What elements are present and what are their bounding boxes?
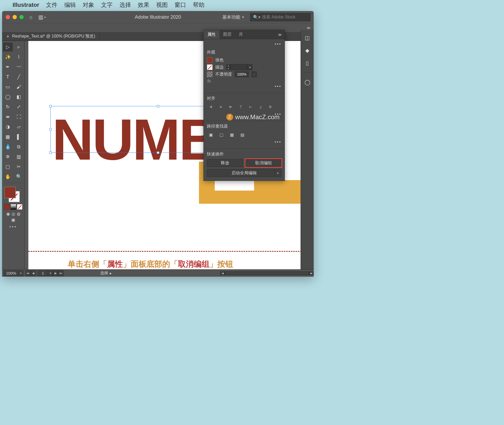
width-tool-icon[interactable]: ⇼: [3, 112, 13, 121]
perspective-tool-icon[interactable]: ▱: [14, 122, 24, 131]
selection-tool-icon[interactable]: ▷: [3, 43, 13, 51]
opacity-dropdown-icon[interactable]: ›: [251, 71, 257, 77]
menu-help[interactable]: 帮助: [193, 1, 204, 9]
document-tab[interactable]: ✕ Reshape_Text.ai* @ 100% (RGB/GPU 预览): [2, 32, 100, 41]
menu-type[interactable]: 文字: [101, 1, 113, 9]
scroll-right-icon[interactable]: ▶: [309, 271, 314, 275]
pathfinder-unite-icon[interactable]: ▣: [207, 131, 215, 138]
dock-libraries-icon[interactable]: ▯: [303, 59, 312, 67]
slice-tool-icon[interactable]: ✂: [14, 162, 24, 171]
app-menu[interactable]: Illustrator: [13, 2, 39, 8]
align-hcenter-icon[interactable]: ≡: [217, 103, 225, 110]
dock-properties-icon[interactable]: ◫: [303, 34, 312, 42]
pathfinder-intersect-icon[interactable]: ▦: [228, 131, 236, 138]
arrange-documents-icon[interactable]: ▥ ▾: [38, 14, 46, 20]
pathfinder-more-icon[interactable]: •••: [207, 139, 281, 146]
horizontal-scrollbar[interactable]: ◀ ▶: [220, 271, 314, 275]
prev-artboard-icon[interactable]: ◀: [31, 270, 36, 276]
screen-mode-icon[interactable]: ▣: [11, 217, 15, 222]
workspace-switcher[interactable]: 基本功能 ▾: [220, 13, 246, 21]
ungroup-button[interactable]: 取消编组: [245, 159, 281, 167]
status-dropdown-icon[interactable]: ▸: [110, 271, 112, 276]
menu-window[interactable]: 窗口: [175, 1, 186, 9]
draw-inside-icon[interactable]: ◍: [17, 211, 20, 216]
first-artboard-icon[interactable]: ⏮: [25, 270, 31, 276]
stepper-down-icon[interactable]: ▾: [226, 67, 230, 70]
artboard-tool-icon[interactable]: ▢: [3, 162, 13, 171]
selection-handle[interactable]: [157, 105, 159, 107]
pathfinder-minus-front-icon[interactable]: ▢: [217, 131, 225, 138]
opacity-swatch-icon[interactable]: [207, 71, 213, 77]
start-global-edit-button[interactable]: 启动全局编辑 ▾: [207, 169, 281, 177]
dock-layers-icon[interactable]: ◆: [303, 46, 312, 55]
paintbrush-tool-icon[interactable]: 🖌: [14, 82, 24, 91]
scale-tool-icon[interactable]: ⤢: [14, 102, 24, 111]
direct-selection-tool-icon[interactable]: ▹: [14, 43, 24, 51]
close-tab-icon[interactable]: ✕: [6, 34, 9, 39]
none-mode-icon[interactable]: [17, 204, 23, 210]
fill-swatch-icon[interactable]: [4, 187, 16, 198]
blend-tool-icon[interactable]: ⧉: [14, 142, 24, 151]
last-artboard-icon[interactable]: ⏭: [58, 270, 64, 276]
stroke-weight-stepper[interactable]: ▴▾ ▾: [226, 64, 253, 70]
eyedropper-tool-icon[interactable]: 💧: [3, 142, 13, 151]
free-transform-tool-icon[interactable]: ⛶: [14, 112, 24, 121]
align-bottom-icon[interactable]: ⊥: [257, 103, 265, 110]
window-zoom-button[interactable]: [19, 15, 24, 19]
home-icon[interactable]: ⌂: [29, 14, 33, 20]
lasso-tool-icon[interactable]: ⌇: [14, 53, 24, 61]
fill-color-swatch[interactable]: [207, 57, 213, 63]
fx-button[interactable]: fx.: [207, 79, 281, 83]
type-tool-icon[interactable]: T: [3, 72, 13, 81]
draw-behind-icon[interactable]: ◎: [12, 211, 15, 216]
zoom-tool-icon[interactable]: 🔍: [14, 172, 24, 181]
hand-tool-icon[interactable]: ✋: [3, 172, 13, 181]
chevron-down-icon[interactable]: ▾: [274, 169, 281, 177]
align-right-icon[interactable]: ⫸: [227, 103, 235, 110]
shape-builder-tool-icon[interactable]: ◑: [3, 122, 13, 131]
selection-handle[interactable]: [157, 151, 159, 154]
menu-effect[interactable]: 效果: [138, 1, 149, 9]
line-tool-icon[interactable]: ╱: [14, 72, 24, 81]
stroke-weight-value[interactable]: [230, 64, 247, 70]
curvature-tool-icon[interactable]: 〰: [14, 62, 24, 71]
symbol-sprayer-tool-icon[interactable]: ✲: [3, 152, 13, 161]
graph-tool-icon[interactable]: ▥: [14, 152, 24, 161]
tab-properties[interactable]: 属性: [204, 30, 219, 39]
eraser-tool-icon[interactable]: ◧: [14, 92, 24, 101]
rotate-tool-icon[interactable]: ↻: [3, 102, 13, 111]
window-close-button[interactable]: [6, 15, 10, 19]
window-minimize-button[interactable]: [13, 15, 17, 19]
selection-handle[interactable]: [49, 151, 52, 154]
opacity-value[interactable]: 100%: [235, 71, 249, 77]
collapse-control-icon[interactable]: ≫: [307, 26, 311, 30]
gradient-mode-icon[interactable]: [10, 204, 16, 210]
panel-collapse-icon[interactable]: ≫: [275, 33, 285, 37]
gradient-tool-icon[interactable]: ▌: [14, 132, 24, 141]
stepper-up-icon[interactable]: ▴: [226, 64, 230, 67]
rectangle-tool-icon[interactable]: ▭: [3, 82, 13, 91]
align-left-icon[interactable]: ⫷: [207, 103, 215, 110]
menu-select[interactable]: 选择: [119, 1, 131, 9]
search-adobe-stock-input[interactable]: 🔍▾ 搜索 Adobe Stock: [250, 13, 311, 21]
pen-tool-icon[interactable]: ✒: [3, 62, 13, 71]
panel-menu-icon[interactable]: •••: [207, 41, 281, 48]
mesh-tool-icon[interactable]: ▦: [3, 132, 13, 141]
next-artboard-icon[interactable]: ▶: [53, 270, 58, 276]
artboard-dropdown-icon[interactable]: ▾: [48, 270, 53, 276]
pathfinder-exclude-icon[interactable]: ▤: [238, 131, 246, 138]
selection-handle[interactable]: [49, 105, 52, 107]
selection-handle[interactable]: [49, 128, 52, 131]
color-mode-icon[interactable]: [4, 204, 10, 210]
scroll-left-icon[interactable]: ◀: [220, 271, 225, 275]
tab-libraries[interactable]: 库: [235, 30, 247, 39]
distribute-icon[interactable]: ⊪: [267, 103, 275, 110]
appearance-more-icon[interactable]: •••: [207, 83, 281, 90]
menu-view[interactable]: 视图: [156, 1, 168, 9]
menu-file[interactable]: 文件: [46, 1, 57, 9]
edit-toolbar-icon[interactable]: •••: [9, 224, 17, 229]
align-top-icon[interactable]: ⊤: [237, 103, 245, 110]
shaper-tool-icon[interactable]: ◯: [3, 92, 13, 101]
menu-object[interactable]: 对象: [83, 1, 94, 9]
align-vcenter-icon[interactable]: ⊢: [247, 103, 255, 110]
